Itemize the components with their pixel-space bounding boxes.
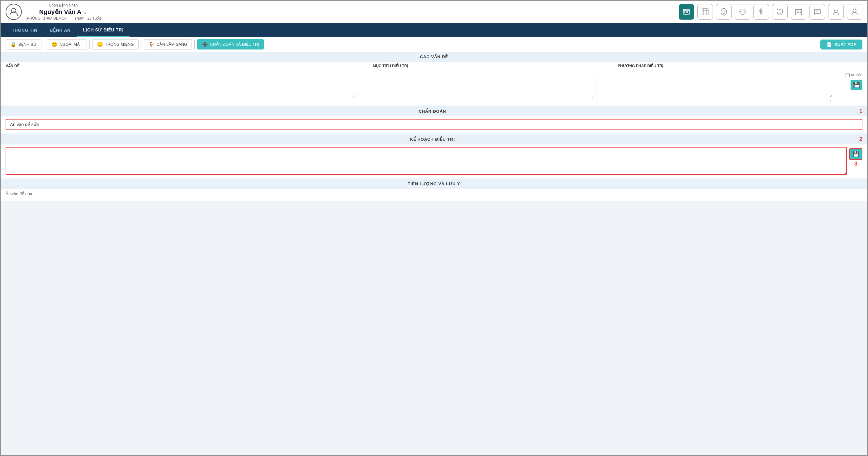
prognosis-header: TIÊN LƯỢNG VÀ LƯU Ý — [1, 179, 867, 189]
treatment-section: KẾ HOẠCH ĐIỀU TRỊ 2 💾 3 — [1, 134, 867, 177]
priority-checkbox-row: ưu tiên — [845, 73, 862, 77]
tab-divider-4 — [194, 40, 195, 49]
header-icon-person[interactable] — [828, 4, 844, 20]
subtab-benh-su[interactable]: 🔒 BỆNH SỬ — [6, 39, 41, 50]
svg-point-32 — [853, 9, 856, 12]
nav-bar: THÔNG TIN BỆNH ÁN LỊCH SỬ ĐIỀU TRỊ — [1, 23, 867, 37]
pdf-icon: 📄 — [827, 42, 832, 47]
tab-divider-2 — [89, 40, 90, 49]
nav-tab-lich-su[interactable]: LỊCH SỬ ĐIỀU TRỊ — [76, 23, 130, 37]
header-icon-face[interactable] — [716, 4, 732, 20]
svg-rect-7 — [702, 9, 708, 15]
header-icon-xray[interactable] — [697, 4, 713, 20]
header-icons — [679, 4, 862, 20]
van-de-col — [6, 73, 358, 102]
diagnosis-section: CHẨN ĐOÁN 1 — [1, 106, 867, 133]
header: Chọn Bệnh Nhân Nguyễn Văn A ⌄ (PHÒNG KHÁ… — [1, 1, 867, 23]
subtab-chan-doan[interactable]: ➕ CHẨN ĐOÁN VÀ ĐIỀU TRỊ — [197, 39, 264, 50]
main-content: CÁC VẤN ĐỀ VẤN ĐỀ MỤC TIÊU ĐIỀU TRỊ PHƯƠ… — [1, 52, 867, 201]
header-icon-dental[interactable] — [679, 4, 694, 20]
treatment-plan-label: KẾ HOẠCH ĐIỀU TRỊ — [6, 137, 859, 142]
van-de-textarea[interactable] — [6, 73, 355, 98]
svg-rect-28 — [800, 12, 801, 13]
table-header: VẤN ĐỀ MỤC TIÊU ĐIỀU TRỊ PHƯƠNG PHÁP ĐIỀ… — [1, 62, 867, 70]
tab-divider-3 — [141, 40, 142, 49]
treatment-save-number-badge: 3 — [854, 161, 858, 167]
problems-area: ↘ ưu tiên 💾 — [1, 70, 867, 105]
svg-point-15 — [741, 11, 742, 12]
svg-point-13 — [722, 11, 723, 11]
diagnosis-input-row — [1, 117, 867, 133]
nav-tab-thong-tin[interactable]: THÔNG TIN — [6, 23, 43, 37]
choose-patient-label: Chọn Bệnh Nhân — [49, 3, 78, 7]
subtab-trong-mieng[interactable]: 😐 TRONG MIỆNG — [92, 39, 138, 50]
chevron-down-icon[interactable]: ⌄ — [83, 9, 87, 15]
problems-save-button[interactable]: 💾 — [850, 80, 862, 90]
resize-handle: ↘ — [599, 99, 832, 102]
export-pdf-button[interactable]: 📄 XUẤT PDF — [820, 39, 862, 50]
avatar — [6, 4, 22, 20]
svg-point-12 — [721, 8, 726, 15]
subtab-can-lam-sang[interactable]: 🪑 CẬN LÂM SÀNG — [144, 39, 192, 50]
lock-icon: 🔒 — [10, 41, 17, 47]
svg-rect-21 — [759, 10, 763, 11]
diagnosis-number-badge: 1 — [859, 108, 862, 115]
tab-divider-1 — [44, 40, 44, 49]
svg-rect-27 — [798, 12, 799, 13]
phuong-phap-textarea[interactable] — [599, 73, 832, 98]
col-phuong-phap: PHƯƠNG PHÁP ĐIỀU TRỊ — [618, 64, 862, 68]
nav-tab-benh-an[interactable]: BỆNH ÁN — [43, 23, 77, 37]
diagnosis-input[interactable] — [6, 119, 862, 130]
treatment-body: 💾 3 — [1, 144, 867, 177]
treatment-save-button[interactable]: 💾 — [849, 148, 862, 160]
header-icon-tool[interactable] — [753, 4, 769, 20]
svg-rect-20 — [761, 9, 762, 14]
diagnosis-header-row: CHẨN ĐOÁN 1 — [1, 106, 867, 117]
header-icon-tooth[interactable] — [772, 4, 788, 20]
svg-point-14 — [724, 11, 725, 11]
chair-icon: 🪑 — [149, 41, 155, 47]
priority-label: ưu tiên — [851, 73, 862, 77]
diagnosis-label: CHẨN ĐOÁN — [6, 109, 859, 113]
patient-selector: Chọn Bệnh Nhân Nguyễn Văn A ⌄ (PHÒNG KHÁ… — [26, 3, 101, 21]
header-icon-person2[interactable] — [847, 4, 862, 20]
svg-point-16 — [743, 11, 744, 12]
patient-name: Nguyễn Văn A — [39, 8, 82, 15]
clinic-name: (PHÒNG KHÁM DEMO) — [26, 16, 66, 21]
patient-info: (Nam | 23 Tuổi) — [75, 16, 101, 21]
treatment-header-row: KẾ HOẠCH ĐIỀU TRỊ 2 — [1, 134, 867, 144]
sub-tabs: 🔒 BỆNH SỬ 🙂 NGOÀI MẶT 😐 TRONG MIỆNG 🪑 CẬ… — [1, 37, 867, 52]
muc-tieu-textarea[interactable] — [361, 73, 594, 98]
prognosis-text: Ấn vào để sửa — [6, 191, 32, 196]
priority-area: ưu tiên 💾 — [837, 73, 862, 102]
subtab-ngoai-mat[interactable]: 🙂 NGOÀI MẶT — [47, 39, 87, 50]
prognosis-section: TIÊN LƯỢNG VÀ LƯU Ý Ấn vào để sửa — [1, 179, 867, 201]
problems-header: CÁC VẤN ĐỀ — [1, 52, 867, 62]
svg-rect-26 — [797, 12, 798, 13]
save-icon: 💾 — [853, 82, 860, 88]
phuong-phap-col: ↘ — [599, 73, 835, 102]
treatment-plan-number-badge: 2 — [859, 136, 862, 142]
mouth-icon: 😐 — [97, 41, 103, 47]
treatment-plan-textarea[interactable] — [6, 147, 847, 175]
svg-point-31 — [834, 9, 837, 12]
header-icon-chat[interactable] — [809, 4, 825, 20]
header-icon-calendar[interactable] — [791, 4, 806, 20]
col-muc-tieu: MỤC TIÊU ĐIỀU TRỊ — [373, 64, 618, 68]
priority-checkbox[interactable] — [845, 73, 849, 77]
svg-point-6 — [684, 11, 685, 13]
header-icon-skull[interactable] — [735, 4, 750, 20]
save-icon-treatment: 💾 — [852, 151, 859, 157]
col-van-de: VẤN ĐỀ — [6, 64, 373, 68]
treatment-save-area: 💾 3 — [849, 147, 862, 175]
prognosis-body: Ấn vào để sửa — [1, 189, 867, 201]
face-icon: 🙂 — [52, 41, 58, 47]
plus-icon: ➕ — [202, 41, 208, 47]
muc-tieu-col — [361, 73, 597, 102]
